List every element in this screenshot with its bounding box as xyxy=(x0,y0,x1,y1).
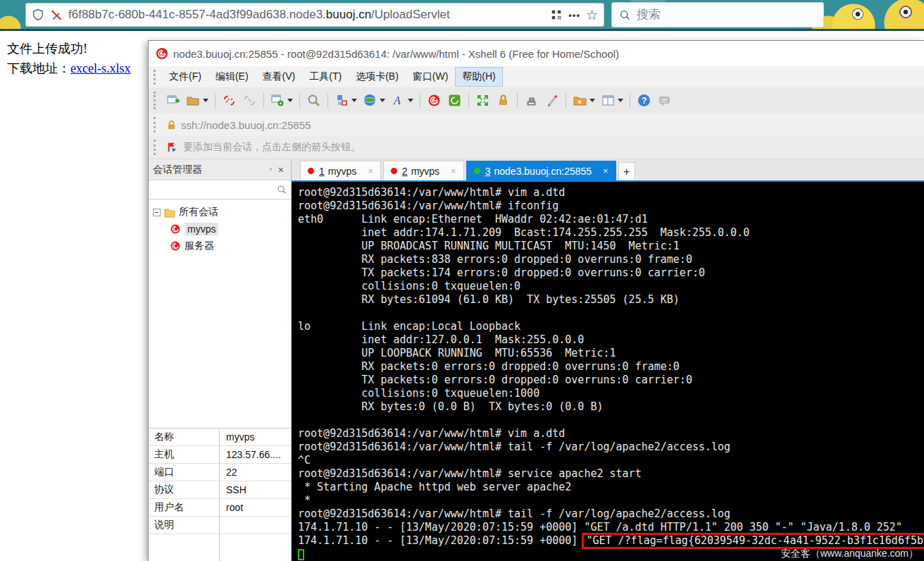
search-input[interactable] xyxy=(637,8,816,22)
find-button[interactable] xyxy=(304,90,323,111)
menu-edit[interactable]: 编辑(E) xyxy=(208,67,256,87)
url-prefix: f6f88b7c-680b-441c-8557-4ad3f99ad638.nod… xyxy=(68,8,326,21)
bookmark-star-icon[interactable]: ☆ xyxy=(586,8,598,22)
help-button[interactable]: ? xyxy=(635,90,654,111)
prop-label: 名称 xyxy=(149,431,219,443)
shield-icon[interactable] xyxy=(32,8,44,21)
menu-file[interactable]: 文件(F) xyxy=(162,67,208,87)
toolbar-separator xyxy=(630,93,630,109)
terminal-line: collisions:0 txqueuelen:0 xyxy=(298,280,924,293)
reconnect-button[interactable] xyxy=(240,90,259,111)
tab-myvps-1[interactable]: 1 myvps × xyxy=(300,161,381,180)
menu-tools[interactable]: 工具(T) xyxy=(302,67,349,87)
compose-pen-button[interactable] xyxy=(542,90,561,111)
tab-label: myvps xyxy=(411,166,439,177)
session-properties-button[interactable] xyxy=(268,90,295,111)
search-icon xyxy=(277,185,287,195)
session-manager-title: 会话管理器 xyxy=(153,164,266,176)
tree-item-label: 服务器 xyxy=(185,240,214,252)
more-icon[interactable]: ••• xyxy=(568,10,580,20)
add-session-flag-icon[interactable] xyxy=(167,142,178,153)
xshell-titlebar[interactable]: node3.buuoj.cn:25855 - root@92d315d63614… xyxy=(149,41,924,66)
tab-label: myvps xyxy=(328,166,356,177)
new-session-button[interactable] xyxy=(163,90,182,111)
toolbar-separator xyxy=(263,93,264,109)
tab-status-dot xyxy=(474,168,480,174)
prop-value[interactable]: 22 xyxy=(219,467,291,478)
prop-value[interactable]: root xyxy=(219,502,291,513)
prop-value[interactable]: myvps xyxy=(219,431,291,443)
session-search-box[interactable] xyxy=(149,180,291,199)
tab-myvps-2[interactable]: 2 myvps × xyxy=(383,161,464,180)
xftp-launch-button[interactable] xyxy=(445,90,464,111)
tree-item-server[interactable]: 服务器 xyxy=(149,238,291,254)
new-tab-button[interactable]: + xyxy=(618,162,635,180)
chevron-down-icon[interactable] xyxy=(287,99,293,102)
color-scheme-button[interactable] xyxy=(332,90,359,111)
feedback-button[interactable] xyxy=(655,90,674,111)
table-row: 说明 xyxy=(149,517,291,534)
pen-disabled-icon[interactable] xyxy=(50,8,63,21)
tab-number: 3 xyxy=(485,166,491,177)
tab-close-icon[interactable]: × xyxy=(451,166,456,176)
session-properties-table: 名称myvps 主机123.57.66.... 端口22 协议SSH 用户名ro… xyxy=(149,428,291,561)
menu-help[interactable]: 帮助(H) xyxy=(455,67,502,87)
chevron-down-icon[interactable] xyxy=(351,99,357,102)
address-bar[interactable]: f6f88b7c-680b-441c-8557-4ad3f99ad638.nod… xyxy=(25,3,604,27)
ssh-address-text[interactable]: ssh://node3.buuoj.cn:25855 xyxy=(181,119,311,131)
xshell-window: node3.buuoj.cn:25855 - root@92d315d63614… xyxy=(148,40,924,561)
xshell-launch-button[interactable] xyxy=(425,90,444,111)
download-link[interactable]: excel-s.xlsx xyxy=(70,61,130,75)
font-button[interactable]: A xyxy=(389,90,416,111)
table-row: 用户名root xyxy=(149,499,291,517)
menu-view[interactable]: 查看(V) xyxy=(256,67,303,87)
table-row: 端口22 xyxy=(149,464,291,481)
session-icon xyxy=(170,240,181,252)
terminal-line: root@92d315d63614:/var/www/html# service… xyxy=(298,467,924,481)
download-label: 下载地址： xyxy=(7,61,70,75)
pin-icon[interactable] xyxy=(266,165,275,174)
chevron-down-icon[interactable] xyxy=(203,99,208,102)
chevron-down-icon[interactable] xyxy=(589,99,595,102)
tree-root-all-sessions[interactable]: 所有会话 xyxy=(149,204,291,221)
tab-node3-active[interactable]: 3 node3.buuoj.cn:25855 × xyxy=(466,161,616,180)
terminal-line xyxy=(298,414,924,427)
tree-item-myvps[interactable]: myvps xyxy=(149,221,291,238)
new-folder-button[interactable] xyxy=(570,90,597,111)
prop-value[interactable]: 123.57.66.... xyxy=(219,449,291,460)
chevron-down-icon[interactable] xyxy=(380,99,385,102)
collapse-icon[interactable] xyxy=(153,209,161,216)
tab-close-icon[interactable]: × xyxy=(368,166,373,176)
virtual-keyboard-button[interactable] xyxy=(522,90,541,111)
menu-window[interactable]: 窗口(W) xyxy=(406,67,456,87)
encoding-globe-button[interactable] xyxy=(361,90,387,111)
fullscreen-button[interactable] xyxy=(473,90,492,111)
prop-label: 说明 xyxy=(149,519,219,531)
menu-tabs[interactable]: 选项卡(B) xyxy=(349,67,406,87)
close-panel-icon[interactable]: × xyxy=(275,164,287,175)
window-layout-button[interactable] xyxy=(599,90,625,111)
tab-close-icon[interactable]: × xyxy=(603,166,608,176)
url-text[interactable]: f6f88b7c-680b-441c-8557-4ad3f99ad638.nod… xyxy=(68,8,544,22)
prop-label: 端口 xyxy=(149,466,219,479)
open-session-button[interactable] xyxy=(184,90,211,111)
disconnect-button[interactable] xyxy=(220,90,239,111)
terminal-line: RX packets:0 errors:0 dropped:0 overruns… xyxy=(298,360,924,374)
main-area: 会话管理器 × 所有会话 xyxy=(149,159,924,561)
prop-value[interactable]: SSH xyxy=(219,484,291,495)
chevron-down-icon[interactable] xyxy=(408,99,413,102)
tab-status-dot xyxy=(391,168,397,174)
ssh-address-bar[interactable]: ssh://node3.buuoj.cn:25855 xyxy=(149,113,924,136)
terminal-line: root@92d315d63614:/var/www/html# tail -f… xyxy=(298,440,924,454)
terminal-lines: root@92d315d63614:/var/www/html# vim a.d… xyxy=(298,186,924,534)
terminal-line: root@92d315d63614:/var/www/html# tail -f… xyxy=(298,507,924,521)
chevron-down-icon[interactable] xyxy=(618,99,623,102)
session-hint-bar: 要添加当前会话，点击左侧的箭头按钮。 xyxy=(149,136,924,159)
qr-code-icon[interactable] xyxy=(550,8,563,21)
toolbar-separator xyxy=(468,93,469,109)
browser-search-box[interactable] xyxy=(611,2,824,27)
lock-screen-button[interactable] xyxy=(494,90,513,111)
session-search-input[interactable] xyxy=(153,185,277,195)
tree-root-label: 所有会话 xyxy=(179,206,218,218)
terminal[interactable]: root@92d315d63614:/var/www/html# vim a.d… xyxy=(292,182,924,561)
